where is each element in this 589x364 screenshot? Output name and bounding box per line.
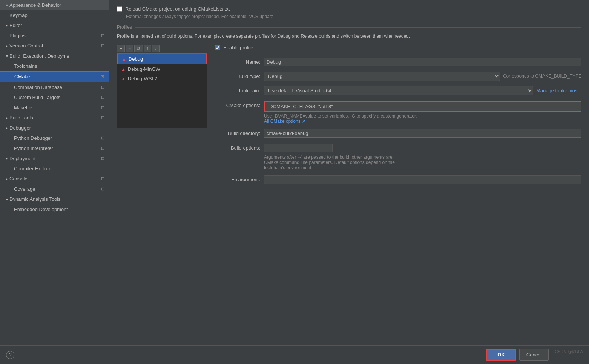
manage-toolchains-link[interactable]: Manage toolchains... xyxy=(536,88,581,93)
profiles-area: + − ⧉ ↑ ↓ ▲Debug▲Debug-MinGW▲Debug-WSL2 … xyxy=(117,45,581,188)
profile-list: ▲Debug▲Debug-MinGW▲Debug-WSL2 xyxy=(117,53,207,128)
name-field-row: Name: xyxy=(215,57,581,67)
copy-icon-coverage: ⊡ xyxy=(101,187,104,191)
profile-icon-2: ▲ xyxy=(121,76,126,81)
build-type-select[interactable]: Debug Release RelWithDebInfo MinSizeRel xyxy=(264,72,500,81)
copy-icon-deployment: ⊡ xyxy=(101,156,104,161)
sidebar-label-makefile: Makefile xyxy=(14,105,100,110)
copy-icon-custom-build-targets: ⊡ xyxy=(101,95,104,100)
sidebar-item-editor[interactable]: ▸Editor xyxy=(0,20,109,31)
build-type-label: Build type: xyxy=(215,73,264,79)
sidebar-label-custom-build-targets: Custom Build Targets xyxy=(14,95,100,100)
copy-icon-version-control: ⊡ xyxy=(101,43,104,48)
cmake-hint: Use -DVAR_NAME=value to set variables, -… xyxy=(264,113,581,119)
sidebar-item-plugins[interactable]: ▸Plugins⊡ xyxy=(0,31,109,41)
environment-input[interactable] xyxy=(264,175,581,184)
enable-profile-row: Enable profile xyxy=(215,45,581,50)
sidebar-label-toolchains: Toolchains xyxy=(14,63,104,69)
ok-button[interactable]: OK xyxy=(486,349,516,361)
expand-arrow-debugger: ▸ xyxy=(6,126,8,130)
all-cmake-options-link[interactable]: All CMake options ↗ xyxy=(264,119,581,124)
sidebar-item-python-debugger[interactable]: ▸Python Debugger⊡ xyxy=(0,133,109,143)
sidebar-item-python-interpreter[interactable]: ▸Python Interpreter⊡ xyxy=(0,143,109,153)
sidebar-label-plugins: Plugins xyxy=(9,33,100,38)
expand-arrow-build-tools: ▸ xyxy=(6,116,8,120)
toolchain-select[interactable]: Use default: Visual Studio-64 xyxy=(264,86,533,95)
cmake-options-input[interactable] xyxy=(264,101,581,112)
expand-arrow-appearance: ▾ xyxy=(6,3,8,7)
name-input[interactable] xyxy=(264,58,581,66)
add-profile-button[interactable]: + xyxy=(117,45,125,52)
build-directory-input[interactable] xyxy=(264,129,581,138)
sidebar-label-editor: Editor xyxy=(9,23,104,28)
sidebar-label-deployment: Deployment xyxy=(9,156,100,161)
sidebar-label-compiler-explorer: Compiler Explorer xyxy=(14,166,104,171)
sidebar-item-compilation-database[interactable]: ▸Compilation Database⊡ xyxy=(0,82,109,92)
move-up-button[interactable]: ↑ xyxy=(144,45,151,52)
sidebar-item-build-execution[interactable]: ▾Build, Execution, Deployme xyxy=(0,51,109,61)
bottom-right: OK Cancel CSDN @阿儿A xyxy=(486,349,583,361)
profile-name-2: Debug-WSL2 xyxy=(128,76,157,81)
sidebar-item-version-control[interactable]: ▸Version Control⊡ xyxy=(0,41,109,51)
remove-profile-button[interactable]: − xyxy=(126,45,133,52)
sidebar-label-cmake: CMake xyxy=(14,74,99,80)
sidebar-item-keymap[interactable]: ▸Keymap xyxy=(0,10,109,20)
sidebar-item-custom-build-targets[interactable]: ▸Custom Build Targets⊡ xyxy=(0,92,109,102)
cmake-options-label: CMake options: xyxy=(215,101,264,108)
build-options-container: Arguments after '--' are passed to the b… xyxy=(264,144,581,170)
copy-profile-button[interactable]: ⧉ xyxy=(134,45,143,52)
sidebar-label-build-tools: Build Tools xyxy=(9,115,100,121)
copy-icon-compilation-database: ⊡ xyxy=(101,85,104,90)
build-directory-row: Build directory: xyxy=(215,128,581,138)
sidebar-item-build-tools[interactable]: ▸Build Tools⊡ xyxy=(0,113,109,123)
profile-item-0[interactable]: ▲Debug xyxy=(117,54,207,64)
enable-profile-label: Enable profile xyxy=(223,45,253,50)
toolchain-field-row: Toolchain: Use default: Visual Studio-64… xyxy=(215,85,581,96)
profile-item-1[interactable]: ▲Debug-MinGW xyxy=(117,64,207,74)
sidebar-item-dynamic-analysis[interactable]: ▸Dynamic Analysis Tools xyxy=(0,194,109,204)
sidebar-label-build-execution: Build, Execution, Deployme xyxy=(9,53,104,59)
environment-row: Environment: xyxy=(215,174,581,185)
sidebar-item-compiler-explorer[interactable]: ▸Compiler Explorer xyxy=(0,164,109,174)
sidebar-label-embedded-development: Embedded Development xyxy=(14,206,104,212)
build-options-row: Build options: Arguments after '--' are … xyxy=(215,142,581,170)
sidebar-item-debugger[interactable]: ▸Debugger xyxy=(0,123,109,133)
copy-icon-build-tools: ⊡ xyxy=(101,115,104,120)
expand-arrow-version-control: ▸ xyxy=(6,44,8,48)
sidebar-item-embedded-development[interactable]: ▸Embedded Development xyxy=(0,204,109,214)
cmake-options-area: Use -DVAR_NAME=value to set variables, -… xyxy=(264,101,581,124)
sidebar-item-toolchains[interactable]: ▸Toolchains xyxy=(0,61,109,71)
build-options-input[interactable] xyxy=(264,144,333,152)
copy-icon-python-interpreter: ⊡ xyxy=(101,146,104,151)
content-panel: Reload CMake project on editing CMakeLis… xyxy=(109,0,589,345)
toolchain-label: Toolchain: xyxy=(215,88,264,93)
sidebar-label-python-debugger: Python Debugger xyxy=(14,135,100,141)
expand-arrow-editor: ▸ xyxy=(6,23,8,28)
sidebar-item-console[interactable]: ▸Console⊡ xyxy=(0,174,109,184)
profiles-description: Profile is a named set of build options.… xyxy=(117,33,581,40)
move-down-button[interactable]: ↓ xyxy=(152,45,160,52)
enable-profile-checkbox[interactable] xyxy=(215,45,220,50)
profile-list-container: + − ⧉ ↑ ↓ ▲Debug▲Debug-MinGW▲Debug-WSL2 xyxy=(117,45,207,188)
expand-arrow-deployment: ▸ xyxy=(6,156,8,161)
profile-icon-1: ▲ xyxy=(121,67,126,72)
profile-item-2[interactable]: ▲Debug-WSL2 xyxy=(117,74,207,83)
environment-label: Environment: xyxy=(215,177,264,182)
help-button[interactable]: ? xyxy=(6,351,14,359)
sidebar-item-deployment[interactable]: ▸Deployment⊡ xyxy=(0,153,109,164)
cancel-button[interactable]: Cancel xyxy=(519,349,549,361)
sidebar-item-coverage[interactable]: ▸Coverage⊡ xyxy=(0,184,109,194)
copy-icon-makefile: ⊡ xyxy=(101,105,104,110)
build-options-hint: Arguments after '--' are passed to the b… xyxy=(264,154,581,170)
expand-arrow-build-execution: ▾ xyxy=(6,54,8,58)
sidebar-label-version-control: Version Control xyxy=(9,43,100,49)
sidebar-item-cmake[interactable]: ▸CMake⊡ xyxy=(0,71,109,82)
copy-icon-python-debugger: ⊡ xyxy=(101,136,104,141)
bottom-bar: ? OK Cancel CSDN @阿儿A xyxy=(0,345,589,364)
reload-checkbox[interactable] xyxy=(117,6,122,12)
sidebar-label-coverage: Coverage xyxy=(14,186,100,192)
sidebar-item-makefile[interactable]: ▸Makefile⊡ xyxy=(0,102,109,113)
reload-checkbox-label: Reload CMake project on editing CMakeLis… xyxy=(125,6,230,12)
build-options-label: Build options: xyxy=(215,144,264,151)
sidebar-item-appearance[interactable]: ▾Appearance & Behavior xyxy=(0,0,109,10)
